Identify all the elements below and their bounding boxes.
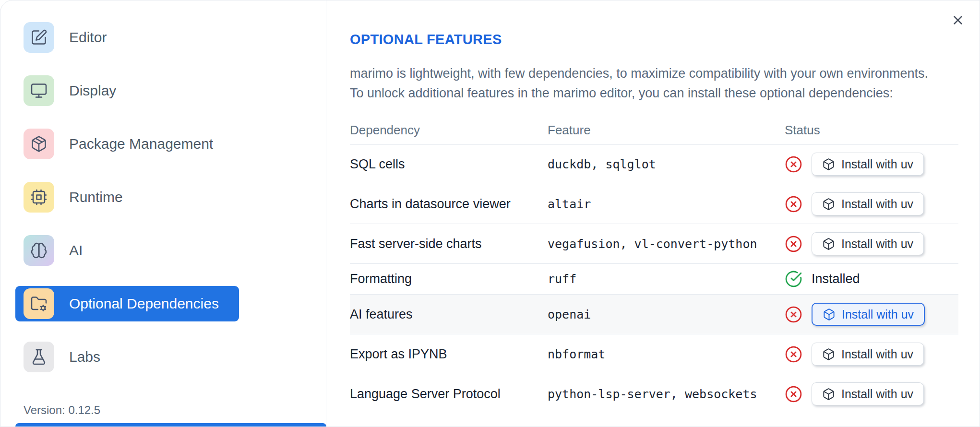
- install-with-uv-button[interactable]: Install with uv: [812, 153, 924, 176]
- table-row: Fast server-side charts vegafusion, vl-c…: [350, 224, 958, 264]
- package-box-icon: [822, 198, 835, 211]
- dependency-cell: AI features: [350, 307, 548, 322]
- column-header-feature: Feature: [548, 123, 785, 138]
- package-box-icon: [822, 237, 835, 250]
- column-header-status: Status: [785, 123, 958, 138]
- sidebar-item-label: Labs: [69, 349, 100, 365]
- status-missing-icon: [785, 345, 802, 363]
- status-installed-icon: [785, 270, 802, 288]
- install-with-uv-button[interactable]: Install with uv: [812, 192, 924, 215]
- edit-icon: [24, 22, 54, 53]
- status-cell: Install with uv Installed: [785, 224, 958, 263]
- package-box-icon: [822, 158, 835, 171]
- feature-cell: altair: [548, 197, 785, 211]
- optional-features-panel: OPTIONAL FEATURES marimo is lightweight,…: [326, 0, 980, 427]
- table-row: Formatting ruff Install with uv Installe…: [350, 264, 958, 295]
- dependency-cell: SQL cells: [350, 157, 548, 172]
- sidebar-item-label: Editor: [69, 29, 107, 46]
- sidebar-item-label: Runtime: [69, 189, 123, 205]
- table-row: SQL cells duckdb, sqlglot Install with u…: [350, 144, 958, 184]
- version-label: Version: 0.12.5: [24, 403, 326, 417]
- status-cell: Install with uv Installed: [785, 144, 958, 184]
- sidebar-item-label: Display: [69, 83, 116, 99]
- status-cell: Install with uv Installed: [785, 264, 958, 294]
- sidebar-item-runtime[interactable]: Runtime: [15, 179, 239, 215]
- table-row: Charts in datasource viewer altair Insta…: [350, 184, 958, 224]
- installed-label: Installed: [812, 272, 860, 286]
- dependency-cell: Language Server Protocol: [350, 387, 548, 402]
- sidebar-item-labs[interactable]: Labs: [15, 339, 239, 375]
- table-row: AI features openai Install with uv Insta…: [350, 295, 958, 334]
- sidebar-item-label: Optional Dependencies: [69, 296, 219, 312]
- table-header-row: Dependency Feature Status: [350, 117, 958, 144]
- status-missing-icon: [785, 155, 802, 173]
- status-missing-icon: [785, 195, 802, 213]
- package-box-icon: [822, 348, 835, 361]
- sidebar-item-label: Package Management: [69, 136, 213, 152]
- install-with-uv-button[interactable]: Install with uv: [812, 343, 924, 366]
- status-cell: Install with uv Installed: [785, 374, 958, 414]
- sidebar-item-partially-visible: [15, 423, 326, 427]
- sidebar-item-list: Editor Display Package Management Runtim…: [15, 20, 326, 375]
- status-missing-icon: [785, 235, 802, 253]
- dependency-cell: Formatting: [350, 272, 548, 286]
- feature-cell: ruff: [548, 272, 785, 286]
- feature-cell: nbformat: [548, 347, 785, 361]
- sidebar-item-display[interactable]: Display: [15, 73, 239, 108]
- settings-sidebar: Editor Display Package Management Runtim…: [0, 0, 326, 427]
- cpu-icon: [24, 182, 54, 213]
- dependency-cell: Fast server-side charts: [350, 237, 548, 251]
- settings-dialog: Editor Display Package Management Runtim…: [0, 0, 980, 427]
- install-with-uv-button[interactable]: Install with uv: [812, 382, 924, 405]
- table-row: Language Server Protocol python-lsp-serv…: [350, 374, 958, 414]
- sidebar-item-editor[interactable]: Editor: [15, 20, 239, 55]
- status-cell: Install with uv Installed: [785, 295, 958, 334]
- status-cell: Install with uv Installed: [785, 184, 958, 224]
- package-icon: [24, 129, 54, 159]
- dependency-cell: Export as IPYNB: [350, 347, 548, 362]
- install-with-uv-button[interactable]: Install with uv: [812, 232, 924, 255]
- feature-cell: duckdb, sqlglot: [548, 157, 785, 171]
- status-missing-icon: [785, 306, 802, 323]
- feature-cell: openai: [548, 308, 785, 321]
- install-with-uv-button[interactable]: Install with uv: [812, 303, 925, 326]
- sidebar-item-package-management[interactable]: Package Management: [15, 126, 239, 162]
- package-box-icon: [822, 388, 835, 401]
- table-body: SQL cells duckdb, sqlglot Install with u…: [350, 144, 958, 414]
- close-icon[interactable]: [949, 11, 967, 29]
- column-header-dependency: Dependency: [350, 123, 548, 138]
- status-missing-icon: [785, 385, 802, 403]
- dependencies-table: Dependency Feature Status SQL cells duck…: [350, 117, 958, 414]
- flask-icon: [24, 342, 54, 372]
- sidebar-item-label: AI: [69, 242, 83, 259]
- dependency-cell: Charts in datasource viewer: [350, 197, 548, 212]
- sidebar-item-ai[interactable]: AI: [15, 233, 239, 268]
- feature-cell: python-lsp-server, websockets: [548, 387, 785, 401]
- status-cell: Install with uv Installed: [785, 334, 958, 374]
- folder-cog-icon: [24, 288, 54, 319]
- table-row: Export as IPYNB nbformat Install with uv…: [350, 334, 958, 374]
- sidebar-item-optional-dependencies[interactable]: Optional Dependencies: [15, 286, 239, 321]
- monitor-icon: [24, 75, 54, 106]
- description-text: marimo is lightweight, with few dependen…: [350, 64, 958, 103]
- package-box-icon: [823, 308, 836, 321]
- brain-icon: [24, 235, 54, 266]
- feature-cell: vegafusion, vl-convert-python: [548, 237, 785, 251]
- page-title: OPTIONAL FEATURES: [350, 32, 958, 47]
